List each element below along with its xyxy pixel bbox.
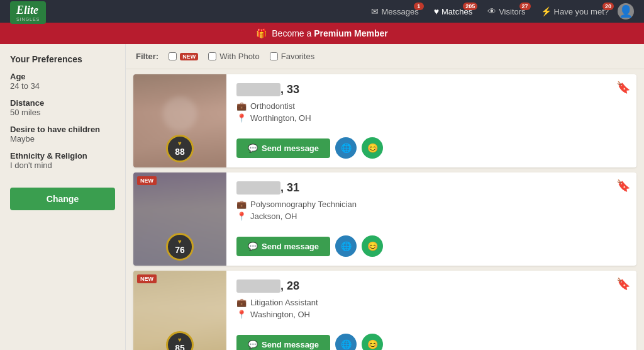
card-image-2: NEW ♥ 76 — [133, 172, 226, 266]
sidebar-title: Your Preferences — [10, 54, 115, 64]
card-name-3 — [236, 279, 280, 293]
filter-new[interactable]: NEW — [169, 52, 198, 60]
card-actions-3: 💬 Send message 🌐 😊 — [236, 334, 626, 350]
bookmark-btn-3[interactable]: 🔖 — [616, 277, 630, 291]
pref-age-label: Age — [10, 72, 115, 81]
smiley-btn-1[interactable]: 😊 — [362, 137, 383, 159]
smiley-btn-3[interactable]: 😊 — [362, 334, 383, 350]
filter-with-photo[interactable]: With Photo — [208, 52, 260, 61]
globe-icon-3: 🌐 — [341, 339, 352, 349]
premium-icon: 🎁 — [256, 28, 267, 38]
match-score-2: ♥ 76 — [166, 233, 194, 261]
card-age-3: 28 — [287, 279, 299, 292]
briefcase-icon-1: 💼 — [236, 101, 247, 111]
card-name-age-2: , 31 — [236, 181, 626, 195]
card-actions-1: 💬 Send message 🌐 😊 — [236, 137, 626, 159]
filter-favorites[interactable]: Favorites — [270, 52, 314, 61]
msg-label-2: Send message — [262, 242, 319, 251]
card-name-age-1: , 33 — [236, 83, 626, 96]
msg-icon-1: 💬 — [248, 144, 258, 153]
send-message-btn-1[interactable]: 💬 Send message — [236, 138, 330, 158]
card-image-1: ♥ 88 — [133, 74, 226, 167]
location-text-3: Washington, OH — [250, 310, 310, 319]
pin-icon-2: 📍 — [236, 212, 247, 221]
change-preferences-button[interactable]: Change — [10, 188, 115, 210]
messages-icon: ✉ — [371, 6, 379, 16]
filter-bar: Filter: NEW With Photo Favorites — [126, 44, 644, 69]
occupation-text-1: Orthodontist — [250, 101, 295, 111]
matches-badge: 205 — [463, 3, 477, 10]
globe-icon-1: 🌐 — [341, 143, 352, 153]
msg-icon-3: 💬 — [248, 340, 258, 349]
filter-label: Filter: — [136, 52, 158, 61]
have-you-met-badge: 20 — [602, 3, 614, 10]
pref-distance-value: 50 miles — [10, 108, 115, 117]
card-age-2: 31 — [287, 181, 299, 194]
smiley-btn-2[interactable]: 😊 — [362, 235, 383, 257]
premium-banner[interactable]: 🎁 Become a Premium Member — [0, 23, 644, 44]
card-location-2: 📍 Jackson, OH — [236, 212, 626, 221]
filter-photo-label: With Photo — [219, 52, 260, 61]
logo-area[interactable]: Elite SINGLES — [10, 1, 46, 24]
pref-ethnicity: Ethnicity & Religion I don't mind — [10, 151, 115, 170]
bookmark-btn-1[interactable]: 🔖 — [616, 81, 630, 94]
globe-btn-3[interactable]: 🌐 — [335, 334, 357, 350]
nav-item-messages[interactable]: 1 ✉ Messages — [365, 4, 425, 19]
pref-age-value: 24 to 34 — [10, 81, 115, 91]
score-num-2: 76 — [175, 245, 185, 256]
card-image-3: NEW ♥ 85 — [133, 271, 226, 350]
filter-favorites-label: Favorites — [281, 52, 314, 61]
pref-distance: Distance 50 miles — [10, 98, 115, 117]
score-heart-3: ♥ — [178, 337, 182, 343]
visitors-icon: 👁 — [487, 6, 496, 16]
card-occupation-1: 💼 Orthodontist — [236, 101, 626, 111]
globe-icon-2: 🌐 — [341, 241, 352, 251]
bookmark-icon-3: 🔖 — [616, 278, 630, 290]
score-heart-2: ♥ — [178, 239, 182, 245]
messages-label: Messages — [381, 7, 418, 16]
filter-new-checkbox[interactable] — [169, 52, 177, 60]
smiley-icon-3: 😊 — [367, 339, 378, 349]
matches-icon: ♥ — [434, 6, 439, 16]
card-name-age-3: , 28 — [236, 279, 626, 293]
logo-text: Elite — [16, 4, 38, 16]
send-message-btn-2[interactable]: 💬 Send message — [236, 237, 330, 256]
card-info-2: , 31 💼 Polysomnography Technician 📍 Jack… — [236, 181, 626, 235]
match-card-1: ♥ 88 , 33 💼 Orthodontist 📍 Worth — [133, 74, 636, 167]
score-num-3: 85 — [175, 343, 185, 350]
score-heart-1: ♥ — [178, 140, 182, 147]
globe-btn-1[interactable]: 🌐 — [335, 137, 357, 159]
pin-icon-1: 📍 — [236, 113, 247, 123]
card-actions-2: 💬 Send message 🌐 😊 — [236, 235, 626, 257]
bookmark-icon-2: 🔖 — [616, 179, 630, 192]
pref-age: Age 24 to 34 — [10, 72, 115, 91]
globe-btn-2[interactable]: 🌐 — [335, 235, 357, 257]
pref-children-label: Desire to have children — [10, 125, 115, 134]
pref-children: Desire to have children Maybe — [10, 125, 115, 144]
filter-favorites-checkbox[interactable] — [270, 52, 278, 60]
new-tag-3: NEW — [137, 274, 157, 283]
have-you-met-icon: ⚡ — [541, 6, 552, 16]
matches-area: Filter: NEW With Photo Favorites — [126, 44, 644, 350]
messages-badge: 1 — [414, 3, 424, 10]
match-score-1: ♥ 88 — [166, 135, 194, 162]
card-occupation-3: 💼 Litigation Assistant — [236, 298, 626, 307]
bookmark-btn-2[interactable]: 🔖 — [616, 179, 630, 193]
card-content-3: , 28 💼 Litigation Assistant 📍 Washington… — [226, 271, 636, 350]
card-info-3: , 28 💼 Litigation Assistant 📍 Washington… — [236, 279, 626, 334]
logo-sub: SINGLES — [16, 17, 40, 21]
nav-item-visitors[interactable]: 27 👁 Visitors — [481, 4, 531, 19]
nav-item-matches[interactable]: 205 ♥ Matches — [428, 4, 479, 19]
nav-item-have-you-met[interactable]: 20 ⚡ Have you met? — [535, 4, 615, 19]
send-message-btn-3[interactable]: 💬 Send message — [236, 335, 330, 351]
logo-box: Elite SINGLES — [10, 1, 46, 24]
smiley-icon-2: 😊 — [367, 241, 378, 251]
top-nav: Elite SINGLES 1 ✉ Messages 205 ♥ Matches… — [0, 0, 644, 23]
pin-icon-3: 📍 — [236, 310, 247, 319]
match-card-2: NEW ♥ 76 , 31 💼 Polysomnograph — [133, 172, 636, 266]
premium-text: Become a Premium Member — [272, 28, 387, 38]
filter-photo-checkbox[interactable] — [208, 52, 216, 60]
score-num-1: 88 — [175, 147, 185, 157]
have-you-met-label: Have you met? — [554, 7, 609, 16]
avatar[interactable]: 👤 — [618, 3, 634, 20]
